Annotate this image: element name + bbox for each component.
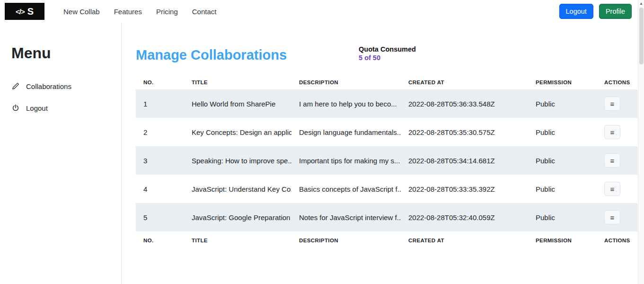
column-header-actions: ACTIONS [597, 75, 637, 89]
cell-permission: Public [528, 146, 597, 175]
power-icon [11, 104, 19, 112]
cell-created-at: 2022-08-28T05:33:35.392Z [401, 175, 528, 203]
app-logo[interactable]: </> S [5, 3, 44, 20]
profile-button[interactable]: Profile [599, 4, 632, 19]
cell-permission: Public [528, 203, 597, 231]
row-actions-button[interactable]: ≡ [604, 182, 620, 196]
table-footer: NO. TITLE DESCRIPTION CREATED AT PERMISS… [136, 231, 637, 249]
column-footer-actions: ACTIONS [597, 231, 637, 249]
vertical-scrollbar[interactable]: ▲ [638, 0, 644, 284]
page-title: Manage Collaborations [136, 47, 287, 63]
cell-no: 1 [136, 89, 184, 118]
column-footer-permission: PERMISSION [528, 231, 597, 249]
column-header-description: DESCRIPTION [291, 75, 401, 89]
cell-created-at: 2022-08-28T05:34:14.681Z [401, 146, 528, 175]
cell-permission: Public [528, 175, 597, 203]
top-navbar: </> S New Collab Features Pricing Contac… [0, 0, 644, 23]
row-actions-button[interactable]: ≡ [604, 125, 620, 139]
cell-title: Speaking: How to improve spe... [184, 146, 291, 175]
main-content: Manage Collaborations Quota Consumed 5 o… [122, 23, 644, 284]
cell-no: 5 [136, 203, 184, 231]
cell-title: JavaScript: Google Preparation [184, 203, 291, 231]
sidebar-title: Menu [11, 44, 114, 62]
column-footer-no: NO. [136, 231, 184, 249]
table-row: 5 JavaScript: Google Preparation Notes f… [136, 203, 637, 231]
column-header-permission: PERMISSION [528, 75, 597, 89]
cell-title: Key Concepts: Design an applic... [184, 118, 291, 146]
quota-consumed: Quota Consumed 5 of 50 [359, 45, 416, 62]
quota-label: Quota Consumed [359, 45, 416, 53]
cell-description: Basics concepts of JavaScript f... [291, 175, 401, 203]
sidebar-item-label: Collaborations [26, 82, 71, 90]
nav-actions: Logout Profile [559, 4, 632, 19]
cell-permission: Public [528, 89, 597, 118]
row-actions-button[interactable]: ≡ [604, 97, 620, 111]
cell-created-at: 2022-08-28T05:32:40.059Z [401, 203, 528, 231]
sidebar: Menu Collaborations Logout [0, 23, 122, 284]
cell-created-at: 2022-08-28T05:36:33.548Z [401, 89, 528, 118]
column-footer-created-at: CREATED AT [401, 231, 528, 249]
row-actions-button[interactable]: ≡ [604, 210, 620, 224]
nav-link-new-collab[interactable]: New Collab [63, 8, 100, 16]
nav-link-contact[interactable]: Contact [192, 8, 217, 16]
table-row: 1 Hello World from SharePie I am here to… [136, 89, 637, 118]
cell-description: Design language fundamentals... [291, 118, 401, 146]
hamburger-icon: ≡ [610, 128, 615, 136]
sidebar-menu: Collaborations Logout [11, 75, 114, 119]
row-actions-button[interactable]: ≡ [604, 153, 620, 168]
column-footer-description: DESCRIPTION [291, 231, 401, 249]
table-header: NO. TITLE DESCRIPTION CREATED AT PERMISS… [136, 75, 637, 89]
nav-links: New Collab Features Pricing Contact [63, 8, 216, 16]
main-header: Manage Collaborations Quota Consumed 5 o… [136, 47, 637, 63]
pen-icon [11, 82, 19, 90]
code-icon: </> [16, 8, 25, 16]
cell-created-at: 2022-08-28T05:35:30.575Z [401, 118, 528, 146]
cell-no: 3 [136, 146, 184, 175]
nav-link-pricing[interactable]: Pricing [156, 8, 178, 16]
cell-title: JavaScript: Understand Key Co... [184, 175, 291, 203]
column-header-title: TITLE [184, 75, 291, 89]
table-body: 1 Hello World from SharePie I am here to… [136, 89, 637, 231]
sidebar-item-logout[interactable]: Logout [11, 97, 114, 119]
cell-no: 4 [136, 175, 184, 203]
hamburger-icon: ≡ [610, 157, 615, 165]
hamburger-icon: ≡ [610, 100, 615, 108]
cell-permission: Public [528, 118, 597, 146]
collaborations-table: NO. TITLE DESCRIPTION CREATED AT PERMISS… [136, 75, 637, 249]
cell-no: 2 [136, 118, 184, 146]
column-header-created-at: CREATED AT [401, 75, 528, 89]
cell-title: Hello World from SharePie [184, 89, 291, 118]
cell-description: Important tips for making my s... [291, 146, 401, 175]
cell-description: Notes for JavaScript interview f... [291, 203, 401, 231]
column-footer-title: TITLE [184, 231, 291, 249]
cell-description: I am here to help you to beco... [291, 89, 401, 118]
quota-value: 5 of 50 [359, 54, 416, 62]
hamburger-icon: ≡ [610, 213, 615, 222]
scroll-up-arrow[interactable]: ▲ [638, 0, 644, 6]
nav-link-features[interactable]: Features [114, 8, 142, 16]
column-header-no: NO. [136, 75, 184, 89]
table-row: 2 Key Concepts: Design an applic... Desi… [136, 118, 637, 146]
logout-button[interactable]: Logout [559, 4, 593, 19]
sidebar-item-label: Logout [26, 104, 48, 112]
hamburger-icon: ≡ [610, 185, 615, 193]
logo-letter: S [27, 6, 34, 17]
table-row: 3 Speaking: How to improve spe... Import… [136, 146, 637, 175]
sidebar-item-collaborations[interactable]: Collaborations [11, 75, 114, 97]
scrollbar-thumb[interactable] [639, 8, 644, 64]
table-row: 4 JavaScript: Understand Key Co... Basic… [136, 175, 637, 203]
